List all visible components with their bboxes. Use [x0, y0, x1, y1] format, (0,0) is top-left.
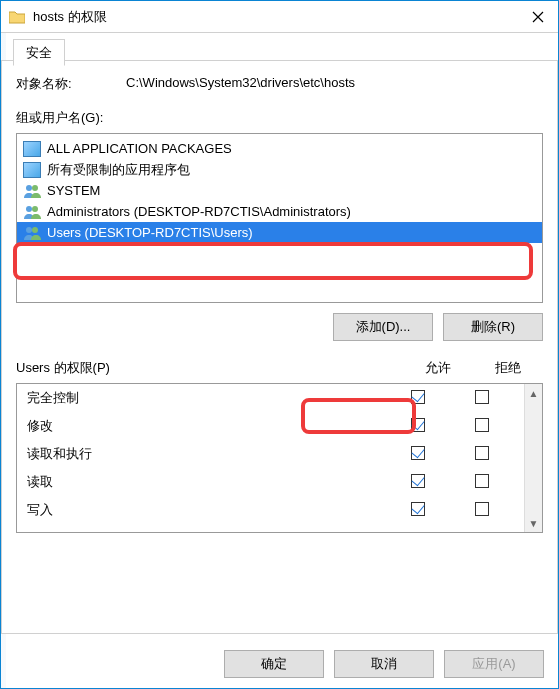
- remove-button[interactable]: 删除(R): [443, 313, 543, 341]
- permission-name: 完全控制: [27, 389, 386, 407]
- permission-name: 读取: [27, 473, 386, 491]
- allow-checkbox[interactable]: [411, 474, 425, 488]
- titlebar[interactable]: hosts 的权限: [1, 1, 558, 33]
- allow-checkbox[interactable]: [411, 502, 425, 516]
- client-area: 安全 对象名称: C:\Windows\System32\drivers\etc…: [1, 33, 558, 688]
- permissions-rows: 完全控制修改读取和执行读取写入: [17, 384, 524, 532]
- scrollbar[interactable]: ▲ ▼: [524, 384, 542, 532]
- apply-button[interactable]: 应用(A): [444, 650, 544, 678]
- deny-checkbox[interactable]: [475, 390, 489, 404]
- permissions-title: Users 的权限(P): [16, 359, 403, 377]
- allow-checkbox[interactable]: [411, 418, 425, 432]
- principal-item[interactable]: ALL APPLICATION PACKAGES: [17, 138, 542, 159]
- tab-security[interactable]: 安全: [13, 39, 65, 66]
- principal-item[interactable]: Administrators (DESKTOP-RD7CTIS\Administ…: [17, 201, 542, 222]
- deny-checkbox[interactable]: [475, 474, 489, 488]
- users-icon: [23, 183, 41, 199]
- dialog-footer: 确定 取消 应用(A): [1, 640, 558, 688]
- svg-point-0: [26, 185, 32, 191]
- folder-icon: [9, 10, 25, 24]
- deny-checkbox[interactable]: [475, 418, 489, 432]
- principal-name: Users (DESKTOP-RD7CTIS\Users): [47, 225, 253, 240]
- groups-label: 组或用户名(G):: [16, 109, 543, 127]
- package-icon: [23, 141, 41, 157]
- properties-dialog: hosts 的权限 安全 对象名称: C:\Windows\System32\d…: [0, 0, 559, 689]
- permission-row: 写入: [17, 496, 524, 524]
- allow-checkbox[interactable]: [411, 390, 425, 404]
- col-allow: 允许: [403, 359, 473, 377]
- permission-name: 写入: [27, 501, 386, 519]
- object-row: 对象名称: C:\Windows\System32\drivers\etc\ho…: [16, 75, 543, 93]
- permission-row: 修改: [17, 412, 524, 440]
- allow-checkbox[interactable]: [411, 446, 425, 460]
- svg-point-5: [32, 227, 38, 233]
- object-name-label: 对象名称:: [16, 75, 126, 93]
- window-title: hosts 的权限: [33, 8, 518, 26]
- permission-name: 读取和执行: [27, 445, 386, 463]
- deny-checkbox[interactable]: [475, 446, 489, 460]
- svg-point-1: [32, 185, 38, 191]
- svg-point-4: [26, 227, 32, 233]
- principals-listbox[interactable]: ALL APPLICATION PACKAGES所有受限制的应用程序包SYSTE…: [16, 133, 543, 303]
- principal-buttons: 添加(D)... 删除(R): [16, 313, 543, 341]
- permissions-listbox: 完全控制修改读取和执行读取写入 ▲ ▼: [16, 383, 543, 533]
- principal-item[interactable]: Users (DESKTOP-RD7CTIS\Users): [17, 222, 542, 243]
- permission-row: 读取: [17, 468, 524, 496]
- object-path: C:\Windows\System32\drivers\etc\hosts: [126, 75, 355, 93]
- principal-name: ALL APPLICATION PACKAGES: [47, 141, 232, 156]
- principal-name: 所有受限制的应用程序包: [47, 161, 190, 179]
- principal-item[interactable]: SYSTEM: [17, 180, 542, 201]
- scroll-down-icon[interactable]: ▼: [525, 514, 542, 532]
- add-button[interactable]: 添加(D)...: [333, 313, 433, 341]
- permission-name: 修改: [27, 417, 386, 435]
- permission-row: 完全控制: [17, 384, 524, 412]
- cancel-button[interactable]: 取消: [334, 650, 434, 678]
- tab-security-label: 安全: [26, 44, 52, 62]
- principal-name: SYSTEM: [47, 183, 100, 198]
- svg-point-3: [32, 206, 38, 212]
- users-icon: [23, 204, 41, 220]
- package-icon: [23, 162, 41, 178]
- principal-item[interactable]: 所有受限制的应用程序包: [17, 159, 542, 180]
- ok-button[interactable]: 确定: [224, 650, 324, 678]
- permission-row: 读取和执行: [17, 440, 524, 468]
- principal-name: Administrators (DESKTOP-RD7CTIS\Administ…: [47, 204, 351, 219]
- deny-checkbox[interactable]: [475, 502, 489, 516]
- permissions-header: Users 的权限(P) 允许 拒绝: [16, 359, 543, 377]
- security-panel: 对象名称: C:\Windows\System32\drivers\etc\ho…: [1, 60, 558, 634]
- scroll-up-icon[interactable]: ▲: [525, 384, 542, 402]
- users-icon: [23, 225, 41, 241]
- svg-point-2: [26, 206, 32, 212]
- close-button[interactable]: [518, 1, 558, 33]
- scroll-track[interactable]: [525, 402, 542, 514]
- col-deny: 拒绝: [473, 359, 543, 377]
